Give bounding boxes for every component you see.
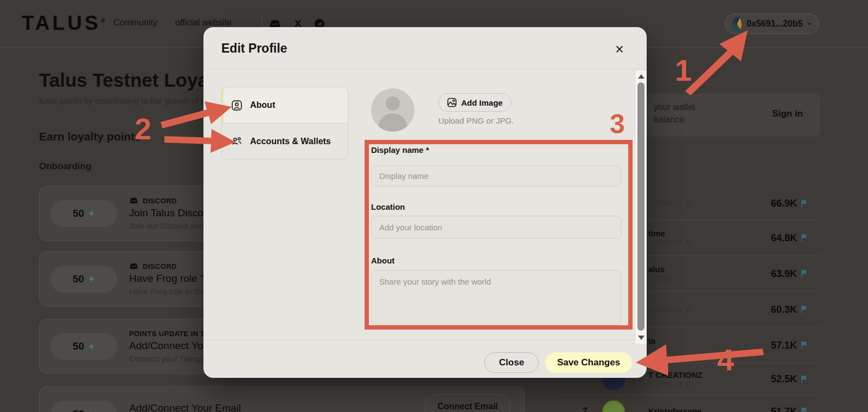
annotation-number-3: 3: [610, 111, 625, 138]
person-card-icon: [231, 100, 242, 111]
page-title: Talus Testnet Loyalt: [39, 69, 220, 91]
scrollbar-thumb[interactable]: [637, 82, 644, 331]
flag-icon: [801, 269, 808, 278]
relink-icon: [685, 380, 692, 387]
chevron-down-icon: [807, 22, 812, 26]
talus-logo[interactable]: TALUS®: [22, 12, 105, 35]
section-heading: Earn loyalty points: [39, 130, 141, 143]
avatar-body: [378, 113, 407, 132]
page-subtitle: Earn points by contributing to the growt…: [39, 96, 203, 106]
flag-icon: [801, 375, 808, 383]
annotation-number-4: 4: [717, 345, 734, 375]
flag-icon: [801, 305, 808, 314]
task-card-email[interactable]: 50 Add/Connect Your Email Connect your E…: [39, 386, 525, 412]
avatar: [602, 400, 625, 412]
app: TALUS® Community official website X 0x56…: [0, 0, 868, 412]
modal-sidebar: About Accounts & Wallets: [221, 87, 348, 159]
group-heading-onboarding: Onboarding: [39, 161, 91, 172]
avatar-head: [386, 96, 400, 111]
spark-icon: [88, 343, 95, 350]
flag-icon: [801, 407, 808, 412]
modal-header-divider: [203, 69, 647, 69]
discord-icon: [129, 263, 138, 270]
image-icon: [447, 98, 457, 107]
flag-icon: [801, 199, 808, 208]
discord-icon: [129, 197, 138, 204]
modal-footer-divider: [203, 340, 647, 340]
nav-community[interactable]: Community: [113, 18, 157, 28]
save-changes-button[interactable]: Save Changes: [545, 352, 632, 373]
tab-about[interactable]: About: [222, 87, 348, 123]
close-button[interactable]: Close: [484, 352, 539, 373]
scroll-down-icon[interactable]: [638, 336, 644, 340]
flag-icon: [801, 234, 808, 242]
modal-scrollbar[interactable]: [635, 70, 647, 344]
signin-text-line2: balance.: [654, 115, 687, 125]
signin-text-line1: your wallet: [654, 102, 695, 112]
tab-accounts-wallets[interactable]: Accounts & Wallets: [222, 123, 348, 159]
points-badge: 50: [50, 266, 117, 293]
relink-icon: [685, 306, 692, 313]
annotation-box-form: [365, 140, 633, 330]
wallet-button[interactable]: 0x5691...20b5: [725, 14, 819, 34]
people-icon: [231, 136, 242, 147]
modal-title: Edit Profile: [221, 41, 287, 56]
wallet-avatar: [732, 17, 742, 31]
profile-avatar-placeholder: [371, 88, 414, 132]
points-badge: 50: [50, 200, 117, 227]
flag-icon: [801, 341, 808, 350]
relink-icon: [685, 200, 692, 207]
leaderboard-row[interactable]: 7 Kriptoforsage 51.7K: [559, 395, 820, 412]
add-image-button[interactable]: Add Image: [438, 93, 512, 112]
sign-in-button[interactable]: Sign in: [772, 108, 803, 119]
spark-icon: [88, 275, 95, 282]
wallet-address: 0x5691...20b5: [746, 19, 802, 29]
scroll-up-icon[interactable]: [638, 74, 644, 79]
spark-icon: [88, 210, 95, 217]
close-icon[interactable]: ×: [610, 40, 629, 59]
annotation-number-1: 1: [675, 55, 692, 86]
upload-hint: Upload PNG or JPG.: [438, 116, 514, 125]
annotation-number-2: 2: [135, 114, 151, 144]
points-badge: 50: [50, 333, 117, 360]
connect-email-button[interactable]: Connect Email: [425, 394, 510, 412]
nav-official-website[interactable]: official website: [175, 18, 232, 28]
relink-icon: [685, 239, 692, 246]
rank-number: 7: [583, 407, 588, 412]
logo-mark: ®: [101, 17, 105, 24]
points-badge: 50: [50, 401, 117, 412]
